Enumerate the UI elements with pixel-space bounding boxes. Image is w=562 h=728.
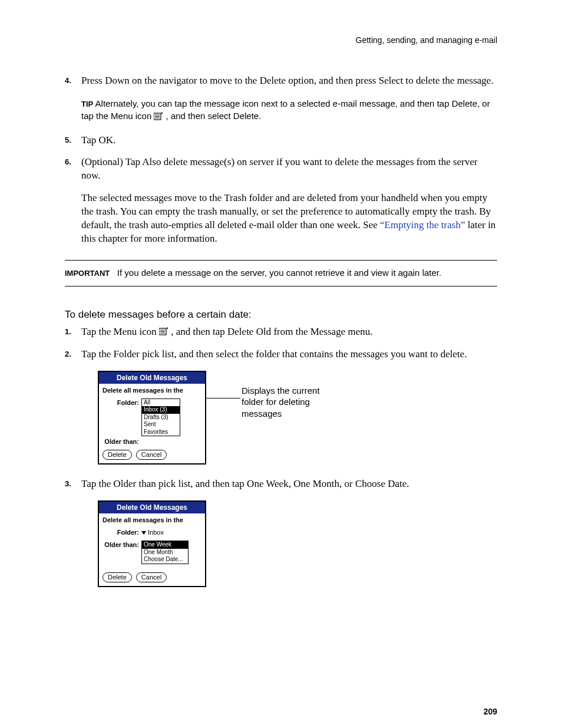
delete-button[interactable]: Delete [103, 572, 132, 582]
older-than-picklist[interactable]: One Week One Month Choose Date... [141, 541, 189, 564]
older-option[interactable]: Choose Date... [142, 556, 188, 564]
tip-block: TIP Alternately, you can tap the message… [81, 97, 497, 123]
important-block: IMPORTANT If you delete a message on the… [65, 260, 497, 286]
figure-callout: Displays the current folder for deleting… [242, 385, 342, 420]
figure-2: Delete Old Messages Delete all messages … [98, 500, 497, 587]
step-number: 6. [65, 157, 71, 167]
cancel-button[interactable]: Cancel [136, 572, 167, 582]
older-than-label: Older than: [103, 541, 139, 549]
step-text-a: Tap the Menu icon [81, 326, 159, 337]
folder-option[interactable]: All [142, 399, 180, 407]
step-text: Tap OK. [81, 134, 115, 146]
running-header: Getting, sending, and managing e-mail [65, 35, 497, 45]
chevron-down-icon [141, 531, 146, 535]
step-b2: 2. Tap the Folder pick list, and then se… [65, 348, 497, 465]
step-b3: 3. Tap the Older than pick list, and the… [65, 477, 497, 587]
dialog-headline: Delete all messages in the [103, 516, 201, 525]
step-text: Tap the Folder pick list, and then selec… [81, 348, 467, 360]
folder-option[interactable]: Drafts (3) [142, 414, 180, 421]
step-4: 4. Press Down on the navigator to move t… [65, 74, 497, 123]
folder-value: Inbox [148, 529, 164, 536]
cancel-button[interactable]: Cancel [136, 450, 167, 460]
tip-text-1: Alternately, you can tap the message ico… [81, 98, 490, 121]
section-heading: To delete messages before a certain date… [65, 309, 497, 321]
folder-picklist[interactable]: Inbox [141, 528, 164, 537]
folder-option[interactable]: Sent [142, 421, 180, 429]
step-text: Tap the Older than pick list, and then t… [81, 478, 409, 489]
delete-button[interactable]: Delete [103, 450, 132, 460]
callout-line [206, 398, 240, 398]
step-text-b: , and then tap Delete Old from the Messa… [171, 326, 372, 337]
older-than-label: Older than: [103, 437, 139, 446]
link-emptying-trash[interactable]: “Emptying the trash” [380, 219, 465, 230]
step-text-1: (Optional) Tap Also delete message(s) on… [81, 156, 478, 181]
tip-label: TIP [81, 100, 93, 108]
step-text: Press Down on the navigator to move to t… [81, 75, 494, 86]
delete-old-dialog: Delete Old Messages Delete all messages … [98, 371, 206, 465]
folder-picklist[interactable]: All Inbox (3) Drafts (3) Sent Favorites [141, 398, 180, 437]
step-b1: 1. Tap the Menu icon , and then tap Dele… [65, 325, 497, 340]
step-number: 2. [65, 349, 71, 360]
step-6: 6. (Optional) Tap Also delete message(s)… [65, 156, 497, 246]
menu-icon [154, 111, 163, 123]
figure-1: Delete Old Messages Delete all messages … [98, 371, 497, 465]
tip-text-2: , and then select Delete. [166, 111, 262, 121]
step-paragraph: The selected messages move to the Trash … [81, 192, 497, 246]
dialog-title: Delete Old Messages [99, 502, 205, 513]
important-label: IMPORTANT [65, 269, 110, 278]
dialog-title: Delete Old Messages [99, 372, 205, 384]
important-text: If you delete a message on the server, y… [117, 268, 441, 278]
divider [65, 286, 497, 286]
delete-old-dialog: Delete Old Messages Delete all messages … [98, 500, 206, 587]
step-number: 4. [65, 75, 71, 86]
step-number: 5. [65, 135, 71, 146]
page-number: 209 [484, 707, 497, 716]
older-option-selected[interactable]: One Week [142, 541, 188, 549]
step-5: 5. Tap OK. [65, 134, 497, 147]
dialog-headline: Delete all messages in the [103, 386, 201, 395]
step-number: 3. [65, 479, 71, 489]
folder-label: Folder: [103, 398, 139, 407]
folder-option-selected[interactable]: Inbox (3) [142, 406, 180, 414]
menu-icon [159, 326, 168, 340]
folder-label: Folder: [103, 528, 139, 537]
step-number: 1. [65, 327, 71, 337]
callout-text: Displays the current folder for deleting… [242, 386, 320, 419]
folder-option[interactable]: Favorites [142, 429, 180, 436]
older-option[interactable]: One Month [142, 549, 188, 556]
